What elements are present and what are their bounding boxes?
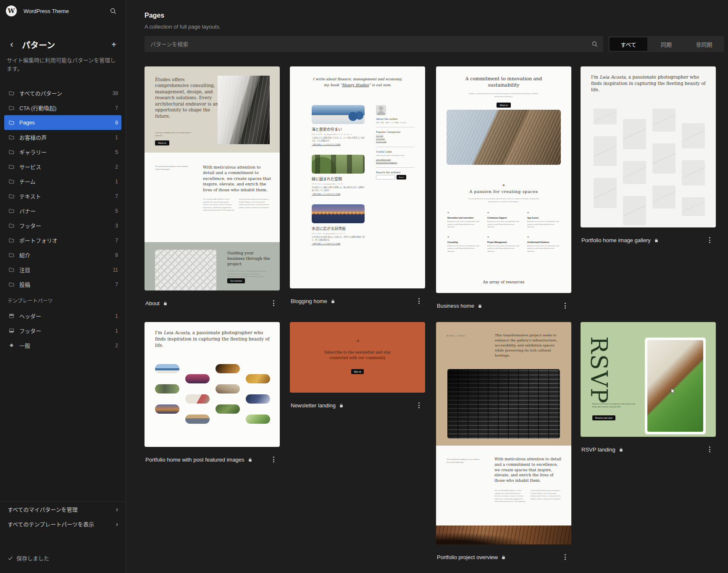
- featured-image: [246, 415, 270, 424]
- pattern-card-blogging-home: I write about finance, management and ec…: [290, 66, 425, 306]
- folder-icon: [8, 119, 15, 126]
- overview-breadcrumb: Art Gallery — Overview: [447, 335, 465, 337]
- template-parts-list: ヘッダー 1 フッター 1 一般 2: [4, 309, 121, 353]
- count-badge: 1: [115, 313, 118, 319]
- options-menu-icon[interactable]: [416, 400, 422, 410]
- options-menu-icon[interactable]: [416, 296, 422, 306]
- sidebar-item-footer-part[interactable]: フッター 1: [4, 323, 121, 338]
- pattern-preview-rsvp-landing[interactable]: RSVP Experience the fusion of imaginatio…: [581, 322, 716, 437]
- count-badge: 5: [115, 208, 118, 214]
- image-placeholder: [623, 161, 646, 184]
- options-menu-icon[interactable]: [562, 552, 568, 562]
- sidebar-item-general-part[interactable]: 一般 2: [4, 338, 121, 353]
- sidebar-item-team[interactable]: チーム 1: [4, 174, 121, 189]
- options-menu-icon[interactable]: [271, 454, 276, 465]
- sidebar-item-gallery[interactable]: ギャラリー 5: [4, 145, 121, 159]
- header-icon: [8, 313, 15, 319]
- lock-icon: [654, 238, 659, 243]
- pattern-preview-business-home[interactable]: A commitment to innovation and sustainab…: [436, 66, 571, 293]
- search-icon[interactable]: [106, 4, 120, 18]
- sidebar-item-testimonials[interactable]: お客様の声 1: [4, 130, 121, 145]
- count-badge: 11: [113, 267, 118, 273]
- about-us-button: About us: [497, 103, 511, 108]
- count-badge: 5: [115, 149, 118, 155]
- panel-description: サイト編集時に利用可能なパターンを管理します。: [0, 56, 126, 73]
- pattern-preview-blogging-home[interactable]: I write about finance, management and ec…: [290, 66, 425, 288]
- image-placeholder-masonry: [594, 108, 705, 225]
- sidebar-item-services[interactable]: サービス 2: [4, 159, 121, 174]
- blog-heading: I write about finance, management and ec…: [290, 77, 425, 88]
- pattern-label-row: Portfolio home image gallery: [581, 235, 716, 245]
- view-all-template-parts-link[interactable]: すべてのテンプレートパーツを表示 ›: [0, 517, 126, 531]
- pattern-title: Portfolio home with post featured images: [145, 457, 244, 463]
- sidebar-item-about[interactable]: 紹介 8: [4, 248, 121, 262]
- pattern-card-portfolio-post-featured: I'm Leia Acosta, a passionate photograph…: [145, 322, 280, 465]
- pattern-label-row: Blogging home: [290, 296, 425, 306]
- chevron-right-icon: ›: [116, 520, 118, 528]
- pattern-title: Portfolio home image gallery: [581, 237, 651, 243]
- featured-image: [185, 374, 210, 383]
- wood-ceiling-photo: [436, 525, 571, 544]
- folder-icon: [8, 90, 15, 96]
- count-badge: 2: [115, 343, 118, 349]
- general-icon: [8, 342, 15, 349]
- about-hero-section: Études offers comprehensive consulting, …: [145, 66, 280, 153]
- options-menu-icon[interactable]: [562, 301, 568, 311]
- lock-icon: [619, 447, 623, 452]
- image-placeholder: [682, 197, 705, 216]
- wordpress-logo[interactable]: W: [6, 5, 17, 16]
- featured-image: [155, 364, 179, 373]
- asterisk-icon: *: [502, 183, 505, 189]
- count-badge: 8: [115, 120, 118, 126]
- count-badge: 7: [115, 282, 118, 288]
- pattern-preview-portfolio-post-featured[interactable]: I'm Leia Acosta, a passionate photograph…: [145, 322, 280, 447]
- pattern-preview-about[interactable]: Études offers comprehensive consulting, …: [145, 66, 280, 290]
- image-placeholder: [594, 108, 617, 124]
- options-menu-icon[interactable]: [707, 235, 712, 245]
- sidebar-item-footer[interactable]: フッター 3: [4, 218, 121, 233]
- pattern-preview-newsletter-landing[interactable]: :d Subscribe to the newsletter and stay …: [290, 322, 425, 393]
- folder-icon: [8, 222, 15, 229]
- pattern-category-list: すべてのパターン 38 CTA (行動喚起) 7 Pages 8 お客様の声 1…: [4, 86, 121, 292]
- site-title: WordPress Theme: [24, 8, 69, 14]
- image-placeholder: [623, 196, 646, 225]
- check-icon: [8, 555, 13, 561]
- pattern-preview-portfolio-project-overview[interactable]: Art Gallery — Overview This transformati…: [436, 322, 571, 544]
- sidebar-item-header-part[interactable]: ヘッダー 1: [4, 309, 121, 323]
- sidebar-item-all-patterns[interactable]: すべてのパターン 38: [4, 86, 121, 100]
- folder-icon: [8, 193, 15, 199]
- filter-synced[interactable]: 同期: [647, 37, 685, 51]
- sidebar-item-featured[interactable]: 注目 11: [4, 262, 121, 277]
- pattern-title: Newsletter landing: [291, 402, 336, 409]
- sidebar-item-pages[interactable]: Pages 8: [4, 115, 121, 130]
- folder-icon: [8, 281, 15, 288]
- sidebar-item-text[interactable]: テキスト 7: [4, 189, 121, 203]
- architecture-photo: [218, 76, 270, 144]
- sidebar-item-portfolio[interactable]: ポートフォリオ 7: [4, 233, 121, 248]
- portfolio-intro: I'm Leia Acosta, a passionate photograph…: [155, 330, 271, 349]
- sidebar-item-cta[interactable]: CTA (行動喚起) 7: [4, 100, 121, 115]
- options-menu-icon[interactable]: [707, 444, 712, 454]
- book-title-link: Money Studies: [342, 83, 369, 87]
- asterisk-icon: *: [447, 236, 482, 240]
- count-badge: 7: [115, 193, 118, 199]
- back-icon[interactable]: ‹: [6, 39, 18, 50]
- options-menu-icon[interactable]: [271, 298, 276, 308]
- manage-all-patterns-link[interactable]: すべてのマイパターンを管理 ›: [0, 502, 126, 517]
- filter-all[interactable]: すべて: [610, 37, 647, 51]
- add-pattern-icon[interactable]: +: [108, 39, 120, 50]
- green-windows-photo: [312, 155, 365, 174]
- search-icon: [591, 41, 598, 48]
- sidebar-top-bar: W WordPress Theme: [0, 0, 126, 22]
- count-badge: 1: [115, 328, 118, 334]
- pattern-preview-portfolio-image-gallery[interactable]: I'm Leia Acosta, a passionate photograph…: [581, 66, 716, 227]
- filter-unsynced[interactable]: 非同期: [685, 37, 723, 51]
- panel-title: パターン: [22, 39, 55, 51]
- search-input[interactable]: [145, 41, 591, 48]
- blog-post: 緑に囲まれた空間 9月 25, 2023 — by fightgow2080 i…: [312, 155, 365, 195]
- sign-up-button: Sign up: [351, 369, 364, 374]
- pattern-title: RSVP landing: [581, 446, 615, 453]
- featured-image: [155, 404, 179, 414]
- sidebar-item-posts[interactable]: 投稿 7: [4, 277, 121, 292]
- sidebar-item-banner[interactable]: バナー 5: [4, 203, 121, 218]
